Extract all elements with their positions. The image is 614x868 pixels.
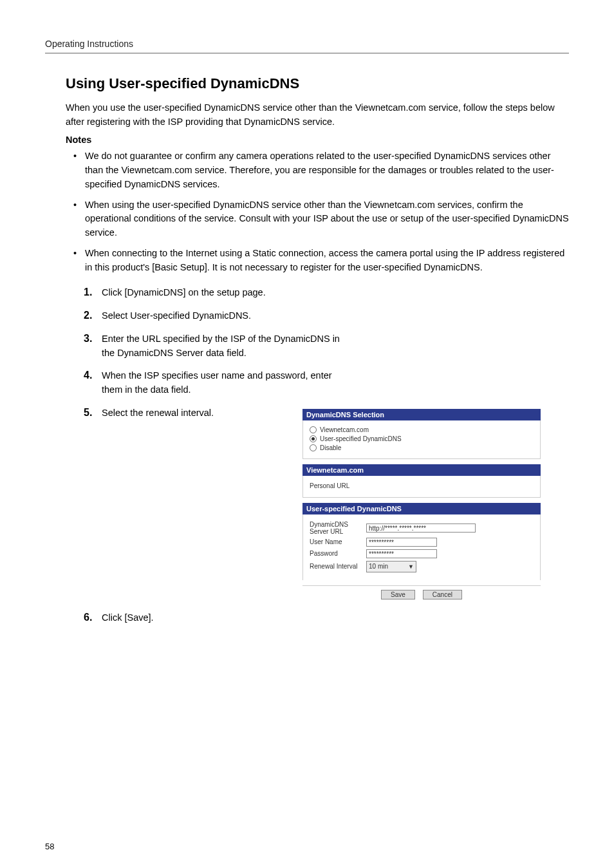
note-item: We do not guarantee or confirm any camer… xyxy=(73,149,569,191)
note-item: When connecting to the Internet using a … xyxy=(73,247,569,275)
viewnetcam-header: Viewnetcam.com xyxy=(302,464,541,476)
cancel-button[interactable]: Cancel xyxy=(423,590,462,599)
section-title: Using User-specified DynamicDNS xyxy=(66,75,569,92)
page-number: 58 xyxy=(45,842,54,851)
step-item: When the ISP specifies user name and pas… xyxy=(84,369,340,397)
viewnetcam-body: Personal URL xyxy=(302,476,541,498)
radio-label: Viewnetcam.com xyxy=(320,426,369,433)
notes-list: We do not guarantee or confirm any camer… xyxy=(73,149,569,274)
renewal-label: Renewal Interval xyxy=(310,563,366,570)
radio-user-specified[interactable]: User-specified DynamicDNS xyxy=(310,435,534,442)
radio-icon xyxy=(310,426,317,433)
server-url-label: DynamicDNS Server URL xyxy=(310,521,366,535)
divider xyxy=(302,585,541,586)
radio-label: Disable xyxy=(320,444,341,451)
step-item: Select the renewal interval. xyxy=(84,406,302,420)
personal-url-label: Personal URL xyxy=(310,482,366,489)
username-label: User Name xyxy=(310,538,366,545)
selection-body: Viewnetcam.com User-specified DynamicDNS… xyxy=(302,420,541,459)
step-item: Click [DynamicDNS] on the setup page. xyxy=(84,286,340,300)
steps-list-cont: Select the renewal interval. xyxy=(84,406,302,420)
step-item: Click [Save]. xyxy=(84,611,569,625)
user-specified-body: DynamicDNS Server URL http://*****.*****… xyxy=(302,514,541,580)
radio-icon xyxy=(310,444,317,451)
save-button[interactable]: Save xyxy=(381,590,415,599)
running-header: Operating Instructions xyxy=(45,39,569,53)
steps-list: Click [DynamicDNS] on the setup page. Se… xyxy=(84,286,569,397)
password-label: Password xyxy=(310,550,366,557)
steps-list-final: Click [Save]. xyxy=(84,611,569,625)
radio-disable[interactable]: Disable xyxy=(310,444,534,451)
renewal-select[interactable]: 10 min ▼ xyxy=(366,561,416,572)
renewal-value: 10 min xyxy=(369,563,388,570)
page: Operating Instructions Using User-specif… xyxy=(0,0,614,868)
selection-header: DynamicDNS Selection xyxy=(302,409,541,420)
radio-icon xyxy=(310,435,317,442)
radio-label: User-specified DynamicDNS xyxy=(320,435,402,442)
chevron-down-icon: ▼ xyxy=(408,563,414,570)
radio-viewnetcam[interactable]: Viewnetcam.com xyxy=(310,426,534,433)
password-input[interactable]: ********** xyxy=(366,549,437,558)
user-specified-header: User-specified DynamicDNS xyxy=(302,503,541,514)
dynamicdns-panel: DynamicDNS Selection Viewnetcam.com User… xyxy=(302,409,541,599)
step-item: Select User-specified DynamicDNS. xyxy=(84,309,340,323)
intro-paragraph: When you use the user-specified DynamicD… xyxy=(66,101,569,129)
username-input[interactable]: ********** xyxy=(366,538,437,547)
step-item: Enter the URL specified by the ISP of th… xyxy=(84,332,340,361)
notes-label: Notes xyxy=(66,133,569,147)
server-url-input[interactable]: http://*****.*****.***** xyxy=(366,524,476,533)
step5-row: Select the renewal interval. DynamicDNS … xyxy=(45,406,569,599)
note-item: When using the user-specified DynamicDNS… xyxy=(73,198,569,240)
button-row: Save Cancel xyxy=(302,590,541,599)
